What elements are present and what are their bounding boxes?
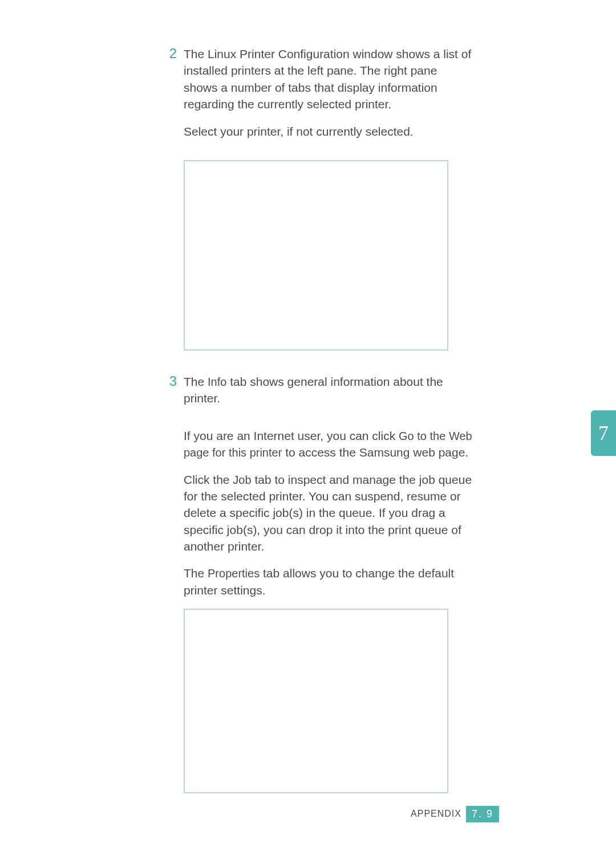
page: 2 The Linux Printer Configuration window… (0, 0, 616, 868)
text: Click the (184, 473, 233, 486)
text: The (184, 375, 208, 388)
step-2: 2 The Linux Printer Configuration window… (160, 46, 473, 150)
step-3-continued: If you are an Internet user, you can cli… (184, 427, 473, 599)
step-3-para-2: If you are an Internet user, you can cli… (184, 427, 473, 461)
footer-section-label: APPENDIX (411, 808, 461, 820)
step-2-para-1: The Linux Printer Configuration window s… (184, 46, 473, 113)
text: to access the Samsung web page. (282, 446, 468, 459)
step-3-para-3: Click the Job tab to inspect and manage … (184, 471, 473, 555)
step-3: 3 The Info tab shows general information… (160, 373, 473, 417)
screenshot-placeholder-2 (184, 609, 448, 793)
step-number: 3 (160, 372, 177, 391)
job-tab-label: Job (233, 474, 251, 486)
text: The (184, 567, 208, 580)
screenshot-placeholder-1 (184, 160, 448, 351)
text: If you are an Internet user, you can cli… (184, 429, 399, 442)
properties-tab-label: Properties (208, 567, 260, 580)
step-body: The Info tab shows general information a… (184, 373, 473, 417)
step-2-para-2: Select your printer, if not currently se… (184, 123, 473, 140)
footer-page-number: 7. 9 (466, 806, 499, 822)
step-3-para-1: The Info tab shows general information a… (184, 373, 473, 407)
info-tab-label: Info (208, 376, 226, 388)
step-3-para-4: The Properties tab allows you to change … (184, 565, 473, 598)
step-number: 2 (160, 44, 177, 63)
step-body: The Linux Printer Configuration window s… (184, 46, 473, 150)
chapter-tab: 7 (591, 410, 616, 456)
footer: APPENDIX 7. 9 (411, 806, 499, 822)
content-column: 2 The Linux Printer Configuration window… (160, 46, 473, 793)
